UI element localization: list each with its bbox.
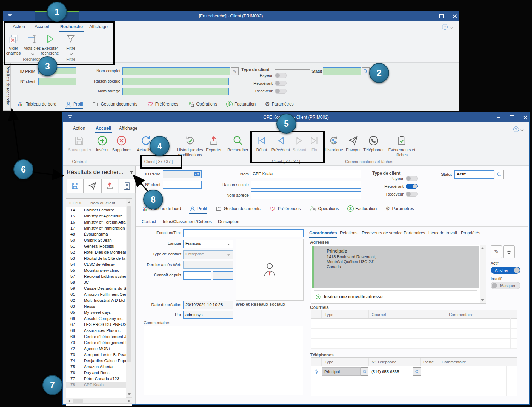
close-icon[interactable]: [453, 14, 457, 18]
empty-row[interactable]: [311, 377, 517, 387]
courriels-empty-rows[interactable]: [311, 319, 517, 349]
telephone-row[interactable]: Principal (514) 655-6565: [311, 366, 517, 377]
col-type[interactable]: Type: [322, 358, 369, 366]
nom-abrege-input[interactable]: [251, 191, 361, 199]
connait-depuis-input-2[interactable]: [213, 271, 233, 280]
tel-type-lookup-button[interactable]: [361, 367, 368, 376]
statut-input[interactable]: Actif: [454, 170, 494, 179]
subtab-infos-classement[interactable]: Infos/Classement/Critères: [163, 219, 212, 224]
scroll-left-icon[interactable]: [68, 400, 70, 402]
historique-button[interactable]: Historique: [324, 134, 344, 153]
tab-receveurs-service[interactable]: Receveurs de service: [362, 231, 402, 236]
col-numero[interactable]: N° Téléphone: [369, 358, 421, 366]
nav-profil[interactable]: Profil: [65, 101, 83, 107]
statut-lookup-button[interactable]: [495, 170, 504, 179]
vscroll-thumb[interactable]: [127, 206, 131, 362]
receveur-toggle[interactable]: [275, 89, 287, 94]
export-results-button[interactable]: [101, 179, 118, 193]
tel-number-value[interactable]: (514) 655-6565: [368, 369, 413, 374]
tab-proprietes[interactable]: Propriétés: [461, 231, 480, 236]
pin-icon[interactable]: [130, 169, 133, 176]
col-id-prim[interactable]: ID PRI...: [66, 201, 87, 205]
address-scrollbar[interactable]: [480, 245, 486, 303]
edit-address-button[interactable]: ✎: [491, 245, 502, 258]
nav-parametres[interactable]: ⚙ Paramètres: [265, 101, 293, 107]
col-type[interactable]: Type: [322, 310, 369, 318]
filtre-button[interactable]: Filtre: [63, 33, 79, 56]
results-row[interactable]: 53Hôpital de la Cité-de-la-S: [66, 255, 132, 261]
results-row[interactable]: 75Amazon Alberta: [66, 364, 132, 370]
results-row[interactable]: 62Multi-Industrial A D Ltd: [66, 298, 132, 304]
statut-input[interactable]: [323, 67, 361, 75]
nav-facturation[interactable]: $ Facturation: [226, 101, 256, 107]
col-poste[interactable]: Poste: [421, 358, 439, 366]
results-dock-strip[interactable]: Résultats de recherche: [3, 63, 11, 111]
results-vscrollbar[interactable]: [126, 199, 132, 398]
scroll-right-icon[interactable]: [128, 400, 130, 402]
results-row[interactable]: 65My sweet days: [66, 310, 132, 316]
nav-facturation[interactable]: $ Facturation: [347, 205, 377, 212]
scroll-up-icon[interactable]: [128, 201, 131, 203]
subtab-contact[interactable]: Contact: [142, 219, 156, 224]
tab-accueil[interactable]: Accueil: [35, 24, 49, 29]
tab-accueil[interactable]: Accueil: [96, 126, 111, 131]
send-results-button[interactable]: [84, 179, 101, 193]
results-row[interactable]: 74Desjardins Caisse Popula: [66, 358, 132, 364]
requerant-toggle[interactable]: [275, 81, 287, 86]
tab-lieux-travail[interactable]: Lieux de travail: [428, 231, 457, 236]
suivant-button[interactable]: Suivant: [291, 134, 308, 153]
tab-action[interactable]: Action: [73, 126, 85, 131]
empty-row[interactable]: [311, 387, 517, 397]
tab-partenaires[interactable]: Partenaires: [404, 231, 425, 236]
minimize-icon[interactable]: [497, 117, 500, 118]
company-view-button[interactable]: [119, 179, 136, 193]
debut-button[interactable]: Début: [253, 134, 270, 153]
exporter-button[interactable]: Exporter: [205, 134, 223, 153]
results-row[interactable]: 55Mountainview clinic: [66, 267, 132, 273]
rechercher-button[interactable]: Rechercher: [227, 134, 249, 153]
results-row[interactable]: 66Absolut Company inc.: [66, 316, 132, 322]
dernier-acces-input[interactable]: [183, 261, 233, 269]
subtab-description[interactable]: Description: [218, 219, 239, 224]
map-address-button[interactable]: [503, 245, 515, 258]
results-row[interactable]: 72Agence MON+: [66, 346, 132, 352]
empty-row[interactable]: [311, 319, 517, 329]
results-row[interactable]: 76Day and Ross: [66, 370, 132, 376]
receveur-toggle[interactable]: [406, 192, 418, 197]
tab-affichage[interactable]: Affichage: [119, 126, 137, 131]
executer-recherche-button[interactable]: Exécuter recherche: [40, 33, 60, 56]
tel-number-lookup-button[interactable]: [413, 367, 421, 376]
vider-champs-button[interactable]: Vider champs: [4, 33, 23, 56]
empty-row[interactable]: [311, 329, 517, 339]
contact-photo-placeholder[interactable]: [236, 239, 304, 301]
results-row[interactable]: 58JC: [66, 279, 132, 286]
scroll-down-icon[interactable]: [481, 299, 484, 301]
telephoner-button[interactable]: Téléphoner: [361, 134, 386, 153]
payeur-toggle[interactable]: [406, 176, 418, 181]
insert-address-link[interactable]: Insérer une nouvelle adresse: [315, 294, 382, 300]
results-row[interactable]: 52Hôtel-Dieu de Montréal: [66, 249, 132, 255]
col-courriel[interactable]: Courriel: [369, 310, 446, 318]
results-row[interactable]: 54CLSC de Villeray: [66, 261, 132, 267]
nav-parametres[interactable]: ⚙ Paramètres: [385, 205, 414, 212]
results-row[interactable]: 70Centre d'hébergement H: [66, 340, 132, 346]
nom-abrege-input[interactable]: [122, 88, 229, 95]
results-row[interactable]: 73Aeroport Lester B. Pears: [66, 352, 132, 358]
results-row[interactable]: 51General Hospital: [66, 243, 132, 249]
fin-button[interactable]: Fin: [307, 134, 321, 153]
maximize-icon[interactable]: [510, 115, 514, 119]
minimize-icon[interactable]: [426, 16, 430, 16]
results-table-header[interactable]: ID PRI... Nom du client: [66, 199, 132, 207]
raison-sociale-input[interactable]: [251, 181, 361, 189]
raison-sociale-input[interactable]: [122, 78, 229, 85]
envoyer-button[interactable]: Envoyer: [344, 134, 362, 153]
no-client-input[interactable]: [163, 181, 202, 189]
nom-input[interactable]: CPE Koala: [251, 170, 361, 178]
results-row[interactable]: 57Regional bidding system: [66, 273, 132, 279]
sauvegarder-button[interactable]: Sauvegarder: [68, 134, 91, 153]
hscroll-thumb[interactable]: [73, 399, 83, 403]
results-row[interactable]: 69Centre d'hébertement Jo: [66, 334, 132, 340]
id-prim-input[interactable]: 78: [163, 170, 202, 178]
nav-operations[interactable]: Opérations: [309, 205, 339, 212]
empty-row[interactable]: [311, 339, 517, 349]
